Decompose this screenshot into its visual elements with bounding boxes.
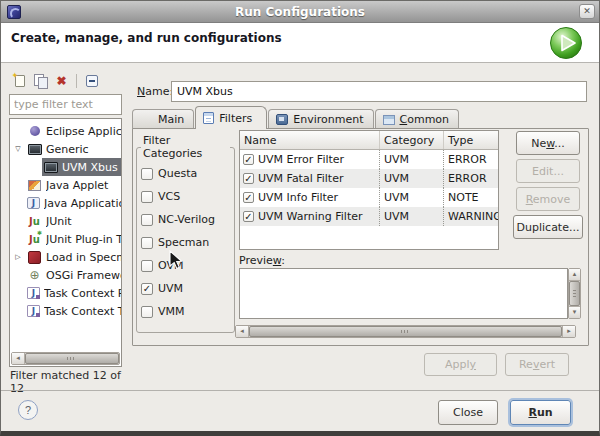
tree-item-label: Task Context Plug-in Test [44,287,121,300]
filter-row-uvm-info-filter[interactable]: UVM Info FilterUVMNOTE [240,188,498,207]
tree-item-body[interactable]: Eclipse Application [26,122,121,140]
duplicate-filter-button[interactable]: Duplicate... [513,215,583,239]
tree-item-body[interactable]: JuJUnit [26,212,121,230]
run-button[interactable]: Run [510,400,571,425]
tree-item-osgi-framework[interactable]: ⊕OSGi Framework [10,266,121,284]
tree-item-task-context-test[interactable]: JTask Context Test [10,302,121,320]
apply-button[interactable]: Apply [424,353,497,376]
checkbox-specman[interactable] [141,237,153,249]
filter-checkbox[interactable] [243,173,254,184]
close-button[interactable]: Close [438,400,498,425]
category-vmm[interactable]: VMM [141,300,230,323]
filter-name-cell: UVM Fatal Filter [240,169,379,188]
tree-item-uvm-xbus[interactable]: UVM Xbus [10,158,121,176]
category-specman[interactable]: Specman [141,231,230,254]
expander-closed-icon[interactable]: ▷ [10,253,26,261]
tree-item-body[interactable]: Ju✱JUnit Plug-in Test [26,230,121,248]
scroll-left-icon[interactable]: ◂ [12,353,25,364]
tree-item-body[interactable]: JJava Application [26,194,121,212]
scroll-left-icon[interactable]: ◂ [236,326,249,337]
tab-environment[interactable]: Environment [268,109,373,129]
name-input[interactable] [171,81,587,102]
tree-item-label: Generic [46,143,91,156]
preview-textarea[interactable] [239,268,568,319]
duplicate-config-button[interactable] [30,72,51,90]
checkbox-uvm[interactable] [141,283,153,295]
scrollbar-thumb[interactable] [25,353,119,364]
checkbox-vcs[interactable] [141,191,153,203]
scrollbar-thumb[interactable] [569,281,580,306]
column-header-name[interactable]: Name [240,131,379,149]
tree-item-body[interactable]: JTask Context Plug-in Test [26,284,121,302]
revert-button[interactable]: Revert [505,353,569,376]
tab-filters[interactable]: Filters [195,106,267,129]
tab-main[interactable]: Main [132,109,194,129]
eclipse-application-icon [27,125,42,138]
tree-item-body[interactable]: Generic [26,140,121,158]
filter-name-label: UVM Warning Filter [258,210,363,223]
java-applet-icon [27,179,42,192]
column-header-category[interactable]: Category [379,131,443,149]
tree-horizontal-scrollbar[interactable]: ◂ [11,352,120,365]
filters-table[interactable]: Name Category Type UVM Error FilterUVMER… [239,130,499,250]
tree-item-eclipse-application[interactable]: Eclipse Application [10,122,121,140]
filter-row-uvm-fatal-filter[interactable]: UVM Fatal FilterUVMERROR [240,169,498,188]
panel-horizontal-scrollbar[interactable]: ◂ ▸ [235,325,576,338]
category-uvm[interactable]: UVM [141,277,230,300]
new-filter-button[interactable]: New... [516,131,580,155]
delete-config-button[interactable]: ✖ [51,72,72,90]
new-config-button[interactable]: ✦ [9,72,30,90]
environment-tab-icon [276,114,288,125]
junit-plugin-icon: Ju✱ [27,233,42,246]
tree-item-body[interactable]: ⊕OSGi Framework [26,266,121,284]
category-vcs[interactable]: VCS [141,185,230,208]
filter-input[interactable] [9,94,122,115]
filter-row-uvm-error-filter[interactable]: UVM Error FilterUVMERROR [240,150,498,169]
checkbox-questa[interactable] [141,168,153,180]
titlebar[interactable]: Run Configurations ✕ [1,1,599,23]
category-questa[interactable]: Questa [141,162,230,185]
filter-status-text: Filter matched 12 of 12 [10,369,126,395]
close-window-icon[interactable]: ✕ [579,4,595,19]
header-banner: Create, manage, and run configurations [1,23,599,63]
category-nc-verilog[interactable]: NC-Verilog [141,208,230,231]
expander-open-icon[interactable]: ▽ [10,145,26,153]
tree-item-body[interactable]: Java Applet [26,176,121,194]
filter-checkbox[interactable] [243,192,254,203]
tree-item-java-applet[interactable]: Java Applet [10,176,121,194]
tree-item-junit[interactable]: JuJUnit [10,212,121,230]
scrollbar-thumb[interactable] [249,326,562,337]
tree-item-generic[interactable]: ▽Generic [10,140,121,158]
tree-item-body[interactable]: UVM Xbus [42,158,121,176]
osgi-icon: ⊕ [27,269,42,282]
collapse-all-button[interactable] [81,72,102,90]
category-ovm[interactable]: OVM [141,254,230,277]
tree-item-task-context-plug-in-test[interactable]: JTask Context Plug-in Test [10,284,121,302]
remove-filter-button[interactable]: Remove [516,187,580,211]
tree-item-body[interactable]: Load in Specman [26,248,121,266]
filter-category-cell: UVM [379,188,443,207]
toolbar-separator [76,74,77,88]
tab-common[interactable]: Common [375,109,460,129]
scroll-down-icon[interactable]: ▾ [569,306,580,318]
scroll-up-icon[interactable]: ▴ [569,269,580,281]
help-button[interactable]: ? [18,400,38,420]
preview-vertical-scrollbar[interactable]: ▴ ▾ [568,268,581,319]
checkbox-ovm[interactable] [141,260,153,272]
filter-row-uvm-warning-filter[interactable]: UVM Warning FilterUVMWARNING [240,207,498,226]
category-label: VCS [158,190,180,203]
checkbox-nc-verilog[interactable] [141,214,153,226]
scroll-right-icon[interactable]: ▸ [562,326,575,337]
tree-item-java-application[interactable]: JJava Application [10,194,121,212]
column-header-type[interactable]: Type [443,131,498,149]
tree-item-junit-plug-in-test[interactable]: Ju✱JUnit Plug-in Test [10,230,121,248]
checkbox-vmm[interactable] [141,306,153,318]
config-tree[interactable]: Eclipse Application▽GenericUVM XbusJava … [9,118,122,367]
filter-checkbox[interactable] [243,154,254,165]
tree-item-body[interactable]: JTask Context Test [26,302,121,320]
filter-checkbox[interactable] [243,211,254,222]
tree-item-load-in-specman[interactable]: ▷Load in Specman [10,248,121,266]
filter-type-cell: WARNING [443,207,498,226]
edit-filter-button[interactable]: Edit... [516,159,580,183]
tree-item-label: OSGi Framework [46,269,121,282]
